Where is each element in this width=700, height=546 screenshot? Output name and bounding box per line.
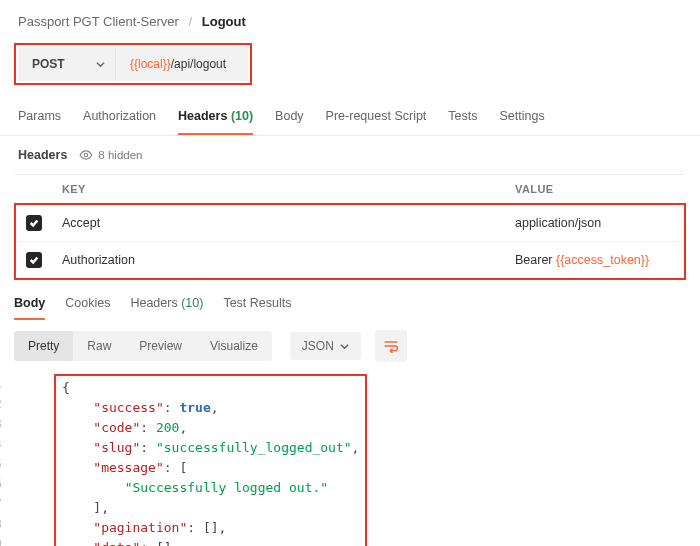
breadcrumb: Passport PGT Client-Server / Logout (0, 0, 700, 43)
tab-tests[interactable]: Tests (448, 109, 477, 135)
line-gutter: 1 2 3 4 5 6 7 8 9 10 (0, 374, 2, 546)
breadcrumb-request: Logout (202, 14, 246, 29)
resp-tab-headers[interactable]: Headers (10) (130, 296, 203, 320)
eye-icon (79, 148, 93, 162)
tab-prerequest[interactable]: Pre-request Script (326, 109, 427, 135)
check-icon (29, 218, 39, 228)
resp-tab-body[interactable]: Body (14, 296, 45, 320)
breadcrumb-separator: / (189, 14, 193, 29)
headers-section-title: Headers (18, 148, 67, 162)
wrap-icon (383, 339, 399, 353)
row-checkbox[interactable] (26, 215, 42, 231)
url-highlight-box: POST {{local}}/api/logout (14, 43, 252, 85)
tab-authorization[interactable]: Authorization (83, 109, 156, 135)
url-variable: {{local}} (130, 57, 171, 71)
http-method-label: POST (32, 57, 65, 71)
header-value[interactable]: Bearer {{access_token}} (505, 242, 685, 280)
url-path: /api/logout (171, 57, 226, 71)
tab-headers-label: Headers (178, 109, 227, 123)
view-raw[interactable]: Raw (73, 331, 125, 361)
language-select[interactable]: JSON (290, 332, 361, 360)
url-bar: POST {{local}}/api/logout (18, 47, 248, 81)
view-visualize[interactable]: Visualize (196, 331, 272, 361)
view-preview[interactable]: Preview (125, 331, 196, 361)
svg-point-0 (85, 153, 89, 157)
http-method-select[interactable]: POST (18, 47, 116, 81)
tab-headers-count: (10) (231, 109, 253, 123)
row-checkbox[interactable] (26, 252, 42, 268)
view-mode-group: Pretty Raw Preview Visualize (14, 331, 272, 361)
hidden-headers-label: 8 hidden (98, 149, 142, 161)
tab-body[interactable]: Body (275, 109, 304, 135)
resp-tab-cookies[interactable]: Cookies (65, 296, 110, 320)
table-row[interactable]: Authorization Bearer {{access_token}} (15, 242, 685, 280)
table-row[interactable]: Accept application/json (15, 204, 685, 242)
header-value-token: {{access_token}} (556, 253, 649, 267)
tab-params[interactable]: Params (18, 109, 61, 135)
headers-rows-highlight: Accept application/json Authorization Be… (15, 204, 685, 279)
header-value[interactable]: application/json (505, 204, 685, 242)
check-icon (29, 255, 39, 265)
tab-headers[interactable]: Headers (10) (178, 109, 253, 135)
col-value: VALUE (505, 175, 685, 205)
request-tabs: Params Authorization Headers (10) Body P… (0, 91, 700, 136)
header-key[interactable]: Authorization (52, 242, 505, 280)
chevron-down-icon (96, 60, 105, 69)
resp-tab-test-results[interactable]: Test Results (223, 296, 291, 320)
tab-settings[interactable]: Settings (500, 109, 545, 135)
headers-table: KEY VALUE Accept application/json Author… (14, 174, 686, 280)
wrap-lines-button[interactable] (375, 330, 407, 362)
breadcrumb-collection[interactable]: Passport PGT Client-Server (18, 14, 179, 29)
response-tabs: Body Cookies Headers (10) Test Results (0, 280, 700, 320)
col-key: KEY (52, 175, 505, 205)
chevron-down-icon (340, 342, 349, 351)
hidden-headers-toggle[interactable]: 8 hidden (79, 148, 142, 162)
view-pretty[interactable]: Pretty (14, 331, 73, 361)
response-body-highlight: { "success": true, "code": 200, "slug": … (54, 374, 367, 546)
url-input[interactable]: {{local}}/api/logout (116, 57, 226, 71)
response-body-code[interactable]: 1 2 3 4 5 6 7 8 9 10 { "success": true, … (14, 374, 686, 546)
header-key[interactable]: Accept (52, 204, 505, 242)
response-view-bar: Pretty Raw Preview Visualize JSON (0, 320, 700, 368)
